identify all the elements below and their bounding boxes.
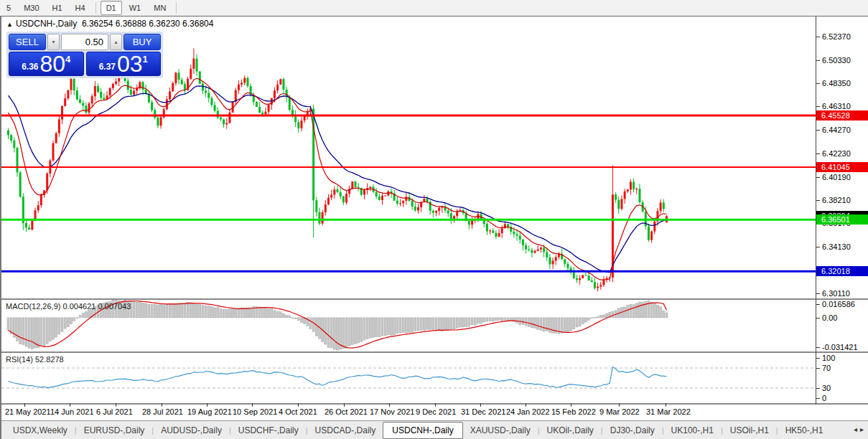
macd-histogram-bar <box>312 318 314 331</box>
price-axis[interactable]: 6.523706.503306.483506.463106.442706.422… <box>816 16 868 405</box>
macd-histogram-bar <box>465 318 467 327</box>
timeframe-button-M30[interactable]: M30 <box>18 1 45 15</box>
date-label: 15 Feb 2022 <box>551 407 596 416</box>
timeframe-button-H4[interactable]: H4 <box>70 1 91 15</box>
macd-histogram-bar <box>602 315 605 318</box>
chart-tab-usdcnh-daily[interactable]: USDCNH-,Daily <box>383 422 462 439</box>
sell-price-box[interactable]: 6.36 80 4 <box>9 52 84 76</box>
macd-histogram-bar <box>88 311 90 318</box>
macd-histogram-bar <box>243 308 246 318</box>
macd-histogram-bar <box>369 318 371 338</box>
timeframe-button-H1[interactable]: H1 <box>47 1 68 15</box>
macd-histogram-bar <box>148 304 150 318</box>
date-label: 9 Dec 2021 <box>416 407 456 416</box>
axis-tick-mark <box>816 293 820 294</box>
macd-histogram-bar <box>456 318 458 328</box>
macd-histogram-bar <box>444 318 447 330</box>
candle-body <box>256 102 258 107</box>
axis-tick-mark <box>816 398 820 399</box>
candle-body <box>300 121 302 128</box>
chart-tab-dj30-daily[interactable]: DJ30-,Daily <box>603 423 662 438</box>
macd-histogram-bar <box>638 302 640 318</box>
macd-histogram-bar <box>663 311 665 318</box>
macd-histogram-bar <box>486 318 488 321</box>
macd-histogram-bar <box>396 318 398 334</box>
macd-histogram-bar <box>564 318 566 332</box>
chart-tab-usoil-h1[interactable]: USOil-,H1 <box>723 423 776 438</box>
timeframe-button-MN[interactable]: MN <box>148 1 172 15</box>
candle-body <box>540 247 542 249</box>
tabs-scroll-right-icon[interactable]: ▸ <box>860 425 867 433</box>
chart-tab-uk100-h1[interactable]: UK100-,H1 <box>664 423 721 438</box>
chart-tab-usdchf-daily[interactable]: USDCHF-,Daily <box>231 423 306 438</box>
candle-body <box>258 107 261 113</box>
rsi-indicator-chart[interactable] <box>1 353 816 403</box>
timeframe-button-5[interactable]: 5 <box>1 1 17 15</box>
candle-body <box>64 98 66 106</box>
macd-histogram-bar <box>154 304 156 318</box>
rsi-line[interactable] <box>9 367 667 387</box>
axis-tick-mark <box>816 368 820 369</box>
candle-body <box>17 148 19 172</box>
candle-body <box>196 59 198 72</box>
volume-increase-button[interactable]: ▴ <box>110 34 122 50</box>
macd-histogram-bar <box>336 318 338 350</box>
ma-fast-line[interactable] <box>9 78 667 280</box>
candle-body <box>82 103 84 106</box>
date-label: 10 Sep 2021 <box>233 407 277 416</box>
macd-histogram-bar <box>378 318 381 337</box>
date-tick-mark <box>207 403 207 407</box>
macd-histogram-bar <box>61 318 63 332</box>
macd-histogram-bar <box>228 309 230 318</box>
chart-tab-hk50-h1[interactable]: HK50-,H1 <box>778 423 831 438</box>
candle-body <box>471 220 473 225</box>
volume-input[interactable] <box>61 34 108 50</box>
macd-label: MACD(12,26,9) 0.004621 0.007043 <box>6 302 131 311</box>
chart-tab-eurusd-daily[interactable]: EURUSD-,Daily <box>77 423 152 438</box>
macd-histogram-bar <box>540 318 542 330</box>
collapse-panel-arrow-icon[interactable]: ▲ <box>6 21 13 28</box>
tabs-scroll-left-icon[interactable]: ◂ <box>854 425 860 433</box>
axis-tick-mark <box>816 60 820 61</box>
timeframe-button-D1[interactable]: D1 <box>101 1 122 15</box>
candle-body <box>289 97 291 110</box>
date-tick-mark <box>526 403 526 407</box>
chart-tab-audusd-daily[interactable]: AUDUSD-,Daily <box>154 423 229 438</box>
date-label: 24 Jan 2022 <box>506 407 550 416</box>
candle-body <box>228 113 230 123</box>
chart-tab-xauusd-daily[interactable]: XAUUSD-,Daily <box>463 423 538 438</box>
candle-body <box>25 223 27 227</box>
macd-histogram-bar <box>391 318 393 335</box>
macd-histogram-bar <box>70 318 73 324</box>
candle-body <box>13 141 15 148</box>
candle-body <box>94 86 96 96</box>
date-axis[interactable]: 21 May 202114 Jun 20216 Jul 202128 Jul 2… <box>1 405 868 420</box>
axis-tick-mark <box>816 247 820 247</box>
macd-histogram-bar <box>653 303 655 318</box>
chart-tab-usdx-weekly[interactable]: USDX,Weekly <box>6 423 75 438</box>
macd-histogram-bar <box>363 318 365 340</box>
candle-body <box>534 251 536 253</box>
candle-body <box>88 103 90 113</box>
macd-histogram-bar <box>471 318 473 325</box>
date-tick-mark <box>252 403 253 407</box>
chart-tab-usdcad-daily[interactable]: USDCAD-,Daily <box>308 423 383 438</box>
date-tick-mark <box>666 403 666 407</box>
macd-histogram-bar <box>166 304 168 318</box>
candle-body <box>495 233 497 237</box>
buy-price-box[interactable]: 6.37 03 1 <box>86 52 162 76</box>
volume-decrease-button[interactable]: ▾ <box>47 34 60 50</box>
candle-body <box>73 79 75 90</box>
macd-histogram-bar <box>360 318 363 342</box>
macd-histogram-bar <box>309 318 312 329</box>
price-tick-label: 6.42230 <box>822 149 851 158</box>
macd-histogram-bar <box>477 318 479 324</box>
timeframe-button-W1[interactable]: W1 <box>123 1 147 15</box>
sell-button[interactable]: SELL <box>9 34 46 50</box>
chart-tab-ukoil-daily[interactable]: UKOil-,Daily <box>540 423 601 438</box>
macd-histogram-bar <box>64 318 66 329</box>
candle-body <box>630 182 632 190</box>
date-tick-mark <box>162 403 162 407</box>
ma-slow-line[interactable] <box>9 86 667 273</box>
buy-button[interactable]: BUY <box>123 34 161 50</box>
